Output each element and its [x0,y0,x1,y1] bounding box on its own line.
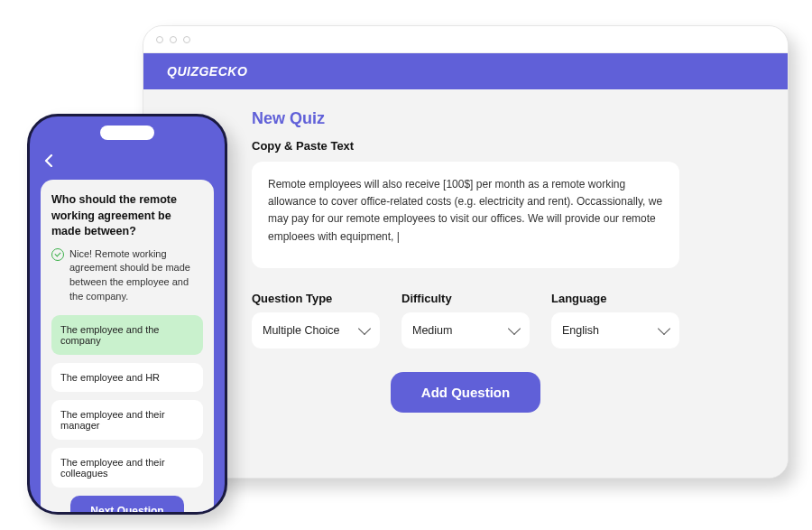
language-group: Language English [551,292,679,349]
paste-label: Copy & Paste Text [252,139,679,153]
controls-row: Question Type Multiple Choice Difficulty… [252,292,679,349]
chevron-down-icon [508,322,521,335]
difficulty-value: Medium [412,324,452,337]
chevron-down-icon [658,322,670,335]
language-select[interactable]: English [551,312,679,349]
question-type-select[interactable]: Multiple Choice [252,312,380,349]
answer-option[interactable]: The employee and their manager [51,400,203,440]
question-type-label: Question Type [252,292,380,305]
question-type-value: Multiple Choice [263,324,339,337]
answer-option[interactable]: The employee and the company [51,315,203,355]
window-close-icon[interactable] [156,36,163,43]
brand-logo: QUIZGECKO [167,64,247,79]
question-card: Who should the remote working agreement … [41,180,214,515]
paste-textarea[interactable]: Remote employees will also receive [100$… [252,162,679,268]
next-question-button[interactable]: Next Question [70,496,183,515]
answer-option[interactable]: The employee and HR [51,363,203,392]
chevron-left-icon [44,154,55,167]
brand-bar: QUIZGECKO [143,53,788,89]
window-minimize-icon[interactable] [170,36,177,43]
window-maximize-icon[interactable] [183,36,190,43]
difficulty-label: Difficulty [401,292,530,305]
language-value: English [562,324,599,337]
chevron-down-icon [358,322,371,335]
phone-notch [100,126,154,140]
phone-mockup: Who should the remote working agreement … [27,114,227,515]
question-text: Who should the remote working agreement … [51,192,203,240]
add-question-button[interactable]: Add Question [391,372,540,413]
browser-window: QUIZGECKO New Quiz Copy & Paste Text Rem… [143,25,789,479]
question-type-group: Question Type Multiple Choice [252,292,380,349]
feedback-row: Nice! Remote working agreement should be… [51,247,203,305]
phone-screen: Who should the remote working agreement … [41,153,214,501]
language-label: Language [551,292,679,305]
check-circle-icon [51,248,64,261]
page-title: New Quiz [252,109,679,128]
browser-titlebar [143,26,788,53]
difficulty-select[interactable]: Medium [401,312,530,349]
browser-body: New Quiz Copy & Paste Text Remote employ… [143,89,788,478]
feedback-text: Nice! Remote working agreement should be… [69,247,203,305]
answer-option[interactable]: The employee and their colleagues [51,448,203,488]
difficulty-group: Difficulty Medium [401,292,530,349]
back-button[interactable] [41,153,59,176]
